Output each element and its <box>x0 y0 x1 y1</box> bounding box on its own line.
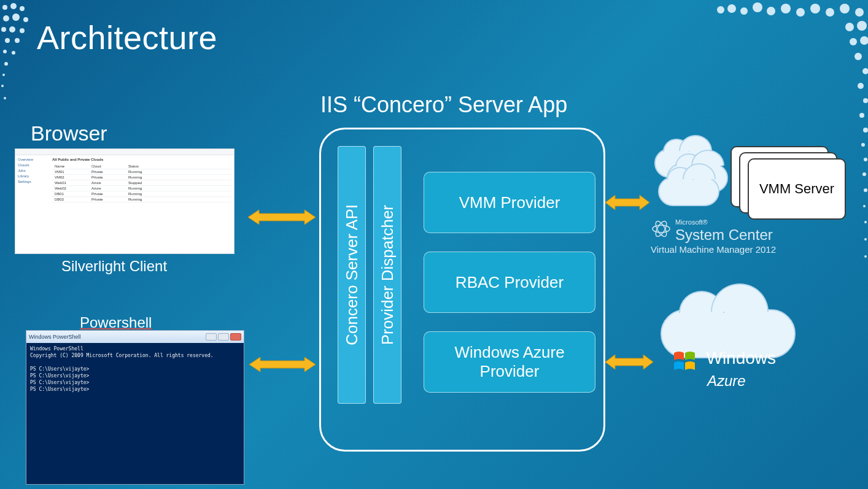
vmm-provider-box: VMM Provider <box>424 172 595 233</box>
svg-point-23 <box>796 8 805 17</box>
svg-point-14 <box>2 74 5 76</box>
vmm-server-card: VMM Server <box>748 158 846 220</box>
svg-point-5 <box>23 17 28 22</box>
svg-point-2 <box>20 6 25 11</box>
silverlight-caption: Silverlight Client <box>61 258 167 275</box>
svg-point-3 <box>3 15 9 21</box>
svg-point-1 <box>10 3 17 9</box>
svg-point-43 <box>864 221 867 223</box>
system-center-logo: Microsoft® System Center Virtual Machine… <box>651 218 859 255</box>
rbac-provider-box: RBAC Provider <box>424 252 595 313</box>
svg-marker-50 <box>249 357 316 372</box>
iis-heading: IIS “Concero” Server App <box>320 92 567 118</box>
powershell-heading: Powershell <box>80 314 152 331</box>
svg-point-42 <box>863 205 866 207</box>
svg-point-33 <box>862 68 868 74</box>
svg-point-29 <box>857 21 867 31</box>
browser-heading: Browser <box>31 121 107 145</box>
svg-point-38 <box>861 143 865 147</box>
svg-marker-52 <box>605 355 653 369</box>
svg-marker-49 <box>248 210 316 225</box>
slide-title: Architecture <box>37 18 217 56</box>
vmm-server-stack: VMM Server <box>730 146 853 226</box>
svg-point-34 <box>858 83 864 89</box>
svg-point-17 <box>717 6 724 13</box>
svg-point-18 <box>727 4 736 13</box>
azure-provider-box: Windows Azure Provider <box>424 331 595 393</box>
svg-point-0 <box>2 5 7 10</box>
svg-point-16 <box>4 97 6 99</box>
svg-point-9 <box>5 38 10 43</box>
svg-point-26 <box>840 4 850 13</box>
powershell-titlebar: Windows PowerShell <box>26 331 244 343</box>
svg-point-24 <box>810 4 820 13</box>
svg-point-37 <box>863 128 868 133</box>
arrow-iis-to-azure <box>605 353 653 371</box>
svg-point-35 <box>863 98 868 103</box>
svg-point-39 <box>864 158 867 161</box>
svg-point-21 <box>767 7 775 15</box>
windows-flag-icon <box>673 350 697 372</box>
svg-point-6 <box>1 27 6 32</box>
svg-point-25 <box>826 8 834 17</box>
provider-dispatcher-box: Provider Dispatcher <box>373 146 401 404</box>
svg-point-22 <box>781 4 791 13</box>
browser-screenshot: OverviewCloudsJobsLibrarySettings All Pu… <box>15 148 234 254</box>
svg-point-32 <box>854 53 862 60</box>
svg-point-13 <box>4 62 8 66</box>
windows-azure-logo: Windows Azure <box>673 348 820 390</box>
svg-point-19 <box>740 7 748 15</box>
svg-point-44 <box>864 238 867 241</box>
svg-point-30 <box>850 38 857 45</box>
powershell-window-title: Windows PowerShell <box>29 334 81 340</box>
arrow-browser-to-iis <box>248 209 316 226</box>
svg-point-36 <box>859 113 864 118</box>
private-clouds-icon <box>652 146 738 220</box>
svg-point-12 <box>12 51 15 55</box>
svg-point-11 <box>3 50 7 53</box>
svg-point-45 <box>864 255 867 258</box>
svg-point-40 <box>862 172 866 176</box>
svg-point-8 <box>20 28 25 33</box>
system-center-icon <box>651 218 672 239</box>
svg-point-46 <box>653 225 670 233</box>
svg-point-41 <box>864 188 867 192</box>
svg-point-28 <box>845 23 854 31</box>
powershell-screenshot: Windows PowerShell Windows PowerShell Co… <box>26 330 244 485</box>
svg-point-4 <box>12 13 20 21</box>
svg-point-10 <box>15 38 20 43</box>
svg-point-20 <box>753 2 762 12</box>
arrow-iis-to-vmm <box>605 194 649 211</box>
svg-marker-51 <box>605 195 649 210</box>
concero-server-api-box: Concero Server API <box>338 146 366 404</box>
arrow-powershell-to-iis <box>249 356 316 373</box>
svg-point-27 <box>855 8 864 17</box>
svg-point-15 <box>1 85 4 87</box>
powershell-console-text: Windows PowerShell Copyright (C) 2009 Mi… <box>26 343 244 484</box>
svg-point-7 <box>9 26 15 33</box>
svg-point-31 <box>860 36 868 45</box>
